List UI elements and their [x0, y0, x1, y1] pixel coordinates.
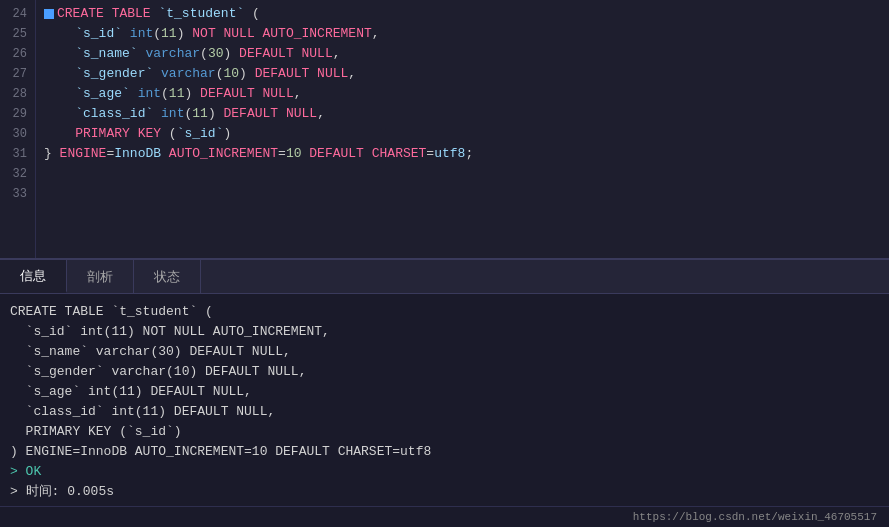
tabs-bar: 信息 剖析 状态 — [0, 260, 889, 294]
output-line-2: `s_id` int(11) NOT NULL AUTO_INCREMENT, — [10, 322, 879, 342]
kw-create: CREATE — [57, 4, 104, 24]
code-line-25: CREATE TABLE `t_student` ( — [44, 4, 881, 24]
breakpoint-marker — [44, 9, 54, 19]
output-line-6: `class_id` int(11) DEFAULT NULL, — [10, 402, 879, 422]
output-time-line: > 时间: 0.005s — [10, 482, 879, 502]
line-numbers: 24 25 26 27 28 29 30 31 32 33 — [0, 0, 36, 258]
line-num-30: 30 — [6, 124, 27, 144]
line-num-32: 32 — [6, 164, 27, 184]
footer-bar: https://blog.csdn.net/weixin_46705517 — [0, 506, 889, 527]
tab-status[interactable]: 状态 — [134, 260, 201, 293]
code-area[interactable]: CREATE TABLE `t_student` ( `s_id` int(11… — [36, 0, 889, 258]
tab-analyze[interactable]: 剖析 — [67, 260, 134, 293]
code-line-29: `s_age` int(11) DEFAULT NULL, — [44, 84, 881, 104]
footer-url: https://blog.csdn.net/weixin_46705517 — [633, 511, 877, 523]
editor-section: 24 25 26 27 28 29 30 31 32 33 CREATE TAB… — [0, 0, 889, 260]
output-line-7: PRIMARY KEY (`s_id`) — [10, 422, 879, 442]
line-num-28: 28 — [6, 84, 27, 104]
line-num-29: 29 — [6, 104, 27, 124]
code-line-26: `s_id` int(11) NOT NULL AUTO_INCREMENT, — [44, 24, 881, 44]
output-line-8: ) ENGINE=InnoDB AUTO_INCREMENT=10 DEFAUL… — [10, 442, 879, 462]
bottom-section: CREATE TABLE `t_student` ( `s_id` int(11… — [0, 294, 889, 527]
code-line-31: PRIMARY KEY (`s_id`) — [44, 124, 881, 144]
output-line-3: `s_name` varchar(30) DEFAULT NULL, — [10, 342, 879, 362]
code-line-27: `s_name` varchar(30) DEFAULT NULL, — [44, 44, 881, 64]
output-line-4: `s_gender` varchar(10) DEFAULT NULL, — [10, 362, 879, 382]
code-line-30: `class_id` int(11) DEFAULT NULL, — [44, 104, 881, 124]
line-num-25: 25 — [6, 24, 27, 44]
line-num-33: 33 — [6, 184, 27, 204]
line-num-31: 31 — [6, 144, 27, 164]
table-name: `t_student` — [158, 4, 244, 24]
tab-info[interactable]: 信息 — [0, 260, 67, 293]
output-line-1: CREATE TABLE `t_student` ( — [10, 302, 879, 322]
line-num-26: 26 — [6, 44, 27, 64]
output-ok-line: > OK — [10, 462, 879, 482]
code-line-28: `s_gender` varchar(10) DEFAULT NULL, — [44, 64, 881, 84]
output-section: CREATE TABLE `t_student` ( `s_id` int(11… — [0, 294, 889, 506]
code-line-32: } ENGINE=InnoDB AUTO_INCREMENT=10 DEFAUL… — [44, 144, 881, 164]
kw-table: TABLE — [112, 4, 151, 24]
line-num-24: 24 — [6, 4, 27, 24]
output-line-5: `s_age` int(11) DEFAULT NULL, — [10, 382, 879, 402]
line-num-27: 27 — [6, 64, 27, 84]
code-container: 24 25 26 27 28 29 30 31 32 33 CREATE TAB… — [0, 0, 889, 258]
